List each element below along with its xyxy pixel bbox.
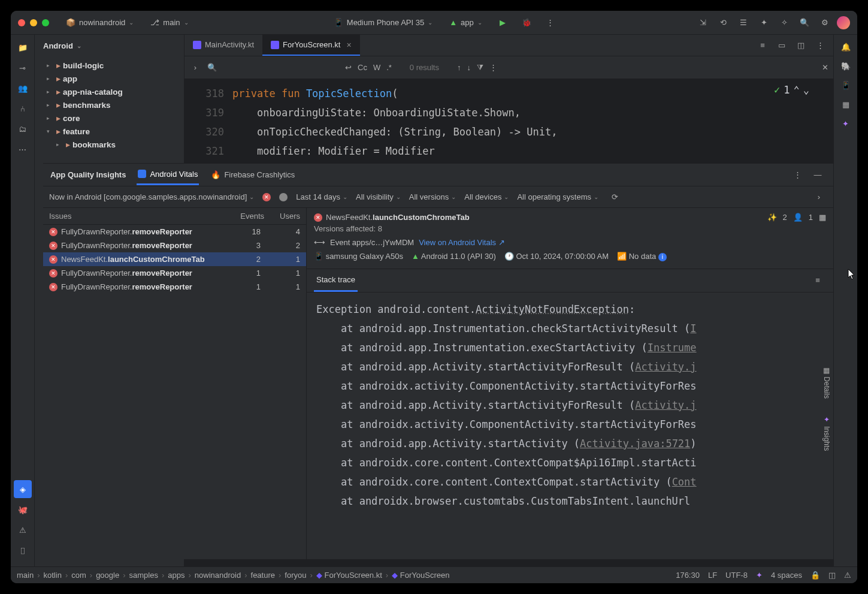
maximize-window[interactable] xyxy=(42,19,49,26)
breadcrumbs[interactable]: main›kotlin›com›google›samples›apps›nowi… xyxy=(17,571,449,580)
prev-match-icon[interactable]: ↑ xyxy=(457,63,461,72)
cursor-position[interactable]: 176:30 xyxy=(676,571,700,580)
breadcrumb-item[interactable]: kotlin xyxy=(44,571,62,580)
find-more-icon[interactable]: ⋮ xyxy=(489,63,497,72)
info-icon[interactable]: i xyxy=(658,253,667,261)
tree-item[interactable]: ▸▸build-logic xyxy=(35,59,184,72)
more-run-button[interactable]: ⋮ xyxy=(542,14,559,31)
expand-find-icon[interactable]: › xyxy=(189,63,201,72)
fatal-filter-icon[interactable]: ✕ xyxy=(262,193,271,201)
visibility-filter[interactable]: All visibility⌄ xyxy=(356,192,401,201)
app-selector[interactable]: Now in Android [com.google.samples.apps.… xyxy=(49,192,254,201)
device-manager-icon[interactable]: 📱 xyxy=(837,77,854,94)
notifications-icon[interactable]: 🔔 xyxy=(837,38,854,55)
resource-manager-icon[interactable]: 🗂 xyxy=(14,120,32,138)
issue-row[interactable]: ✕FullyDrawnReporter.removeReporter184 xyxy=(43,225,306,239)
device-selector[interactable]: 📱 Medium Phone API 35 ⌄ xyxy=(329,16,437,29)
os-filter[interactable]: All operating systems⌄ xyxy=(517,192,598,201)
indent-setting[interactable]: 4 spaces xyxy=(771,571,802,580)
tree-item[interactable]: ▸▸app-nia-catalog xyxy=(35,85,184,98)
insights-side-tab[interactable]: ✦ Insights xyxy=(820,409,833,457)
issue-row[interactable]: ✕FullyDrawnReporter.removeReporter32 xyxy=(43,239,306,252)
close-tab-icon[interactable]: × xyxy=(346,40,351,50)
next-match-icon[interactable]: ↓ xyxy=(467,63,471,72)
breadcrumb-item[interactable]: com xyxy=(71,571,86,580)
problems-badge[interactable]: ✓ 1 ⌃ ⌄ xyxy=(774,84,809,96)
event-nav-icon[interactable]: ⟷ xyxy=(314,238,325,247)
match-case-toggle[interactable]: Cc xyxy=(358,63,367,72)
devices-filter[interactable]: All devices⌄ xyxy=(464,192,509,201)
problems-icon[interactable]: ⚠ xyxy=(14,521,32,539)
encoding[interactable]: UTF-8 xyxy=(725,571,748,580)
table-icon[interactable]: ▦ xyxy=(819,213,826,222)
breadcrumb-item[interactable]: samples xyxy=(129,571,158,580)
prev-problem-icon[interactable]: ⌃ xyxy=(794,84,800,96)
prev-occurrence-icon[interactable]: ↩ xyxy=(345,63,352,72)
reader-mode-icon[interactable]: ▭ xyxy=(773,37,790,54)
stack-trace-content[interactable]: Exception android.content.ActivityNotFou… xyxy=(307,293,833,560)
pull-requests-icon[interactable]: ⑃ xyxy=(14,99,32,117)
stack-trace-tab[interactable]: Stack trace xyxy=(314,269,358,292)
regex-toggle[interactable]: .* xyxy=(386,63,392,72)
editor-tab[interactable]: ForYouScreen.kt× xyxy=(262,35,360,56)
running-devices-icon[interactable]: ▦ xyxy=(837,96,854,113)
tab-options-icon[interactable]: ⋮ xyxy=(812,37,828,54)
close-find-icon[interactable]: ✕ xyxy=(822,63,828,72)
branch-selector[interactable]: ⎇ main ⌄ xyxy=(146,16,193,29)
breadcrumb-item[interactable]: google xyxy=(96,571,119,580)
list-icon[interactable]: ☰ xyxy=(735,14,752,31)
lock-icon[interactable]: 🔒 xyxy=(810,571,820,580)
app-quality-insights-icon[interactable]: ◈ xyxy=(14,480,32,498)
project-tool-icon[interactable]: 📁 xyxy=(14,38,32,56)
structure-tool-icon[interactable]: 👥 xyxy=(14,79,32,97)
breadcrumb-item[interactable]: ◆ ForYouScreen xyxy=(392,571,449,580)
minimize-window[interactable] xyxy=(30,19,37,26)
versions-filter[interactable]: All versions⌄ xyxy=(409,192,456,201)
issue-row[interactable]: ✕FullyDrawnReporter.removeReporter11 xyxy=(43,266,306,280)
breadcrumb-item[interactable]: ◆ ForYouScreen.kt xyxy=(316,571,382,580)
refactor-icon[interactable]: ⟲ xyxy=(715,14,731,31)
search-icon[interactable]: 🔍 xyxy=(796,14,813,31)
project-selector[interactable]: 📦 nowinandroid ⌄ xyxy=(61,16,138,29)
run-button[interactable]: ▶ xyxy=(494,14,511,31)
refresh-icon[interactable]: ⟳ xyxy=(607,189,624,206)
tree-item[interactable]: ▾▸feature xyxy=(35,125,184,138)
breadcrumb-item[interactable]: main xyxy=(17,571,34,580)
android-vitals-tab[interactable]: Android Vitals xyxy=(137,165,199,185)
commit-tool-icon[interactable]: ⊸ xyxy=(14,59,32,77)
build-variants-icon[interactable]: 🐙 xyxy=(14,500,32,518)
breadcrumb-item[interactable]: apps xyxy=(168,571,185,580)
module-selector[interactable]: ▲ app ⌄ xyxy=(444,16,487,29)
filter-icon[interactable]: ⧩ xyxy=(477,63,483,73)
more-tools-icon[interactable]: ⋯ xyxy=(14,140,32,158)
breadcrumb-item[interactable]: feature xyxy=(251,571,275,580)
editor-tab[interactable]: MainActivity.kt xyxy=(185,35,262,56)
code-with-me-icon[interactable]: ⇲ xyxy=(694,14,711,31)
memory-icon[interactable]: ◫ xyxy=(828,571,836,580)
avatar[interactable] xyxy=(837,16,850,29)
tree-item[interactable]: ▸▸bookmarks xyxy=(35,138,184,151)
aqi-options-icon[interactable]: ⋮ xyxy=(789,167,806,183)
view-on-vitals-link[interactable]: View on Android Vitals ↗ xyxy=(419,238,505,247)
tree-item[interactable]: ▸▸benchmarks xyxy=(35,98,184,111)
settings-icon[interactable]: ⚙ xyxy=(816,14,833,31)
find-input[interactable] xyxy=(222,63,306,72)
list-tabs-icon[interactable]: ≡ xyxy=(754,37,771,54)
breadcrumb-item[interactable]: foryou xyxy=(285,571,306,580)
time-filter[interactable]: Last 14 days⌄ xyxy=(296,192,347,201)
project-tree[interactable]: ▸▸build-logic▸▸app▸▸app-nia-catalog▸▸ben… xyxy=(35,56,184,153)
issue-row[interactable]: ✕FullyDrawnReporter.removeReporter11 xyxy=(43,280,306,294)
project-view-selector[interactable]: Android ⌄ xyxy=(35,35,184,56)
assistant-icon[interactable]: ✦ xyxy=(837,115,854,132)
line-ending[interactable]: LF xyxy=(708,571,717,580)
preview-icon[interactable]: ◫ xyxy=(793,37,809,54)
debug-button[interactable]: 🐞 xyxy=(518,14,535,31)
bug-report-icon[interactable]: ✦ xyxy=(755,14,772,31)
gradle-icon[interactable]: 🐘 xyxy=(837,58,854,74)
words-toggle[interactable]: W xyxy=(373,63,380,72)
time-filter-icon[interactable] xyxy=(279,193,288,201)
tree-item[interactable]: ▸▸core xyxy=(35,111,184,125)
wrap-icon[interactable]: ≡ xyxy=(809,272,826,289)
crashlytics-tab[interactable]: 🔥 Firebase Crashlytics xyxy=(210,165,296,184)
updates-icon[interactable]: ✧ xyxy=(776,14,793,31)
